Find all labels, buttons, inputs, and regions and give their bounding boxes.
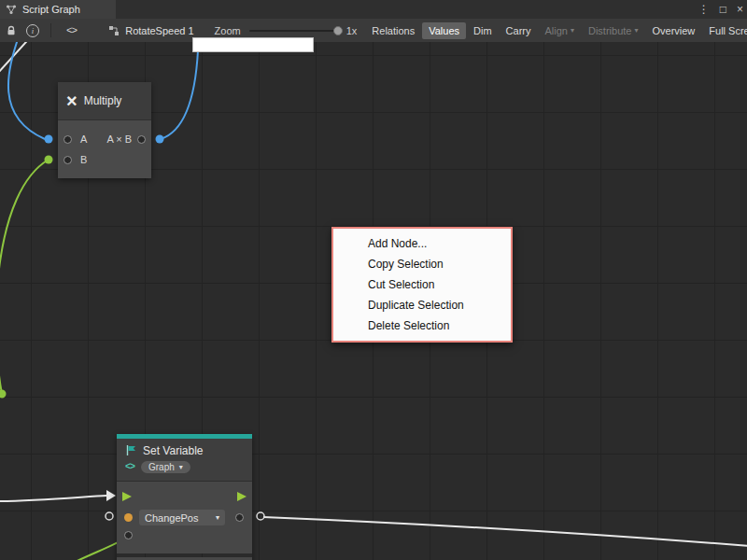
toolbar-buttons: Relations Values Dim Carry Align ▾ Distr… xyxy=(364,22,747,39)
port-result-output[interactable] xyxy=(137,135,146,144)
variable-dropdown-label: ChangePos xyxy=(145,512,199,524)
zoom-label: Zoom xyxy=(215,25,241,36)
multiply-row-b: B xyxy=(58,149,151,170)
window-controls: ⋮ □ × xyxy=(698,0,743,19)
menu-item-delete-selection[interactable]: Delete Selection xyxy=(333,315,511,336)
script-graph-icon xyxy=(6,4,17,15)
node-multiply-header[interactable]: × Multiply xyxy=(58,82,151,120)
tab-title: Script Graph xyxy=(22,4,80,15)
variable-flag-icon xyxy=(125,444,137,456)
lock-glyph xyxy=(6,25,17,36)
port-dot-green-b[interactable] xyxy=(45,156,53,164)
lock-icon[interactable] xyxy=(6,25,17,36)
graph-type-icon: <> xyxy=(125,462,134,472)
tab-script-graph[interactable]: Script Graph xyxy=(0,0,116,19)
node-set-variable-header[interactable]: Set Variable <> Graph ▾ xyxy=(117,439,252,482)
toolbar-button-distribute[interactable]: Distribute ▾ xyxy=(582,22,644,39)
toolbar-button-dim[interactable]: Dim xyxy=(467,22,499,39)
variable-input-port[interactable] xyxy=(124,513,133,522)
port-dot-blue-a[interactable] xyxy=(45,135,53,144)
toolbar-button-fullscreen[interactable]: Full Screen xyxy=(702,22,747,39)
flow-output-port[interactable] xyxy=(236,491,247,502)
scope-dropdown[interactable]: Graph ▾ xyxy=(141,461,190,473)
dropdown-arrow-icon: ▾ xyxy=(571,27,574,35)
port-circle-left[interactable] xyxy=(106,512,113,520)
graph-toolbar: i <> RotateSpeed 1 Zoom 1x Relations Val… xyxy=(0,19,747,43)
port-a-label: A xyxy=(80,133,87,145)
toolbar-separator xyxy=(50,23,51,37)
dropdown-arrow-icon: ▾ xyxy=(216,514,219,522)
dropdown-arrow-icon: ▾ xyxy=(179,464,183,471)
port-dot-green-edge[interactable] xyxy=(0,390,7,399)
toolbar-button-align[interactable]: Align ▾ xyxy=(538,22,580,39)
window-titlebar: Script Graph ⋮ □ × xyxy=(0,0,747,20)
menu-item-duplicate-selection[interactable]: Duplicate Selection xyxy=(333,295,511,315)
zoom-value: 1x xyxy=(346,25,358,36)
port-b-label: B xyxy=(80,154,87,165)
graph-canvas[interactable]: × Multiply A A × B B xyxy=(0,42,747,560)
port-circle-right[interactable] xyxy=(257,512,264,520)
toolbar-button-relations[interactable]: Relations xyxy=(365,22,421,39)
toolbar-button-overview[interactable]: Overview xyxy=(645,22,701,39)
wire-white-topleft[interactable] xyxy=(0,42,35,73)
info-icon[interactable]: i xyxy=(26,24,39,37)
menu-item-add-node[interactable]: Add Node... xyxy=(333,233,511,254)
flow-arrow-icon xyxy=(122,492,132,501)
node-multiply-body: A A × B B xyxy=(58,120,151,178)
variable-row: ChangePos ▾ xyxy=(117,510,252,525)
port-a-input[interactable] xyxy=(63,135,72,144)
scope-dropdown-label: Graph xyxy=(148,462,175,472)
code-view-button[interactable]: <> xyxy=(66,25,77,36)
multiply-icon: × xyxy=(66,91,78,110)
info-glyph: i xyxy=(26,24,39,37)
node-multiply[interactable]: × Multiply A A × B B xyxy=(58,82,151,178)
toolbar-button-values[interactable]: Values xyxy=(422,22,466,39)
node-set-variable-title: Set Variable xyxy=(143,444,203,457)
node-set-variable-body: ChangePos ▾ xyxy=(117,482,252,553)
breadcrumb-graph-name[interactable]: RotateSpeed 1 xyxy=(108,25,193,36)
flow-input-port[interactable] xyxy=(121,491,133,502)
node-set-variable[interactable]: Set Variable <> Graph ▾ ChangePos xyxy=(117,434,252,560)
wire-white-into-setvariable[interactable] xyxy=(0,496,106,501)
graph-breadcrumb-icon xyxy=(108,25,120,36)
menu-item-copy-selection[interactable]: Copy Selection xyxy=(333,254,511,274)
variable-dropdown[interactable]: ChangePos ▾ xyxy=(139,510,225,525)
wire-blue-from-multiply-result[interactable] xyxy=(161,50,198,139)
zoom-slider[interactable] xyxy=(249,30,339,32)
port-dot-blue-result[interactable] xyxy=(156,135,164,144)
dropdown-arrow-icon: ▾ xyxy=(634,27,638,35)
multiply-row-a: A A × B xyxy=(58,129,151,149)
port-b-input[interactable] xyxy=(63,156,72,164)
variable-output-port[interactable] xyxy=(235,513,244,522)
toolbar-button-align-label: Align xyxy=(544,25,567,36)
port-result-label: A × B xyxy=(106,133,132,145)
window-maximize-icon[interactable]: □ xyxy=(720,3,726,16)
zoom-slider-handle[interactable] xyxy=(333,26,343,35)
menu-item-cut-selection[interactable]: Cut Selection xyxy=(333,274,511,295)
toolbar-button-carry[interactable]: Carry xyxy=(500,22,538,39)
text-field-popup[interactable] xyxy=(192,37,314,52)
value-input-port[interactable] xyxy=(124,531,133,539)
wire-green-into-multiply-b[interactable] xyxy=(0,160,49,394)
wire-arrowhead-icon xyxy=(106,490,116,501)
window-menu-icon[interactable]: ⋮ xyxy=(698,3,710,16)
toolbar-button-distribute-label: Distribute xyxy=(588,25,631,36)
node-multiply-title: Multiply xyxy=(84,94,122,107)
wire-white-from-setvariable[interactable] xyxy=(263,517,747,546)
window-close-icon[interactable]: × xyxy=(737,3,743,16)
breadcrumb-label: RotateSpeed 1 xyxy=(125,25,193,36)
context-menu: Add Node... Copy Selection Cut Selection… xyxy=(331,227,513,343)
flow-arrow-icon xyxy=(237,492,247,501)
